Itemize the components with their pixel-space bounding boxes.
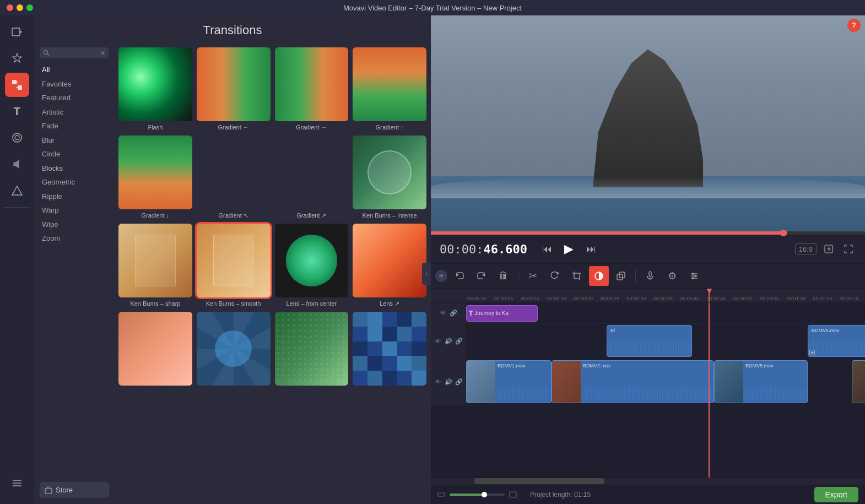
text-track-visibility[interactable]: 👁	[439, 308, 447, 317]
transition-ken-smooth[interactable]: Ken Burns – smooth	[197, 224, 271, 307]
export-frame-button[interactable]	[821, 241, 836, 257]
category-all[interactable]: All	[40, 63, 109, 77]
transition-grad-tr[interactable]: Gradient ↗	[275, 136, 349, 219]
category-ripple[interactable]: Ripple	[40, 189, 109, 204]
progress-bar[interactable]	[431, 231, 865, 235]
transition-flash[interactable]: Flash	[118, 47, 192, 131]
fullscreen-button[interactable]	[841, 241, 856, 257]
audio-clip-b1[interactable]: Bl	[607, 325, 692, 357]
audio-mix-button[interactable]	[684, 266, 704, 286]
transition-partial1[interactable]	[118, 312, 192, 388]
scrollbar-thumb[interactable]	[474, 478, 604, 484]
time-prefix: 00:00:	[440, 242, 483, 256]
search-input[interactable]	[52, 49, 96, 57]
delete-button[interactable]: 🗑	[494, 266, 513, 286]
transition-grad-up[interactable]: Gradient ↑	[353, 47, 426, 131]
toolbar-stickers[interactable]	[5, 178, 29, 203]
category-wipe[interactable]: Wipe	[40, 218, 109, 232]
transition-ken-sharp[interactable]: Ken Burns – sharp	[118, 224, 192, 307]
toolbar-text[interactable]: T	[5, 99, 29, 123]
video-track-controls: 👁 🔊 🔗	[431, 359, 466, 405]
svg-point-7	[15, 136, 19, 140]
category-blur[interactable]: Blur	[40, 133, 109, 148]
category-favorites[interactable]: Favorites	[40, 77, 109, 91]
search-box[interactable]: ✕	[40, 47, 109, 58]
edit-toolbar: + 🗑 ✂	[431, 263, 865, 289]
transition-grad-down[interactable]: Gradient ↓	[118, 136, 192, 219]
category-blocks[interactable]: Blocks	[40, 161, 109, 176]
transition-grad-right[interactable]: Gradient →	[275, 47, 349, 131]
close-button[interactable]	[7, 4, 13, 11]
collapse-panel-button[interactable]: ‹	[422, 263, 431, 285]
ruler-mark-13: 00:01:05	[812, 296, 838, 301]
undo-button[interactable]	[450, 266, 469, 286]
video-track-lock[interactable]: 🔗	[455, 377, 463, 386]
svg-point-32	[692, 273, 694, 275]
category-fade[interactable]: Fade	[40, 119, 109, 133]
audio-track-volume[interactable]: 🔊	[444, 337, 453, 345]
category-warp[interactable]: Warp	[40, 203, 109, 218]
audio-track-lock[interactable]: 🔗	[455, 337, 463, 345]
video-clip-bdmv5[interactable]: BDMV5.mov	[714, 360, 808, 403]
overlay-button[interactable]	[611, 266, 631, 286]
progress-thumb[interactable]	[780, 230, 787, 236]
transition-ken-intense[interactable]: Ken Burns – intense	[353, 136, 426, 219]
audio-track-visibility[interactable]: 👁	[434, 337, 442, 345]
maximize-button[interactable]	[26, 4, 33, 11]
category-circle[interactable]: Circle	[40, 147, 109, 161]
category-featured[interactable]: Featured	[40, 91, 109, 105]
cut-button[interactable]: ✂	[523, 266, 543, 286]
window-controls	[7, 4, 33, 11]
export-button[interactable]: Export	[814, 487, 858, 502]
timeline-horizontal-scrollbar[interactable]	[431, 478, 865, 484]
category-artistic[interactable]: Artistic	[40, 105, 109, 120]
transition-partial4[interactable]	[353, 312, 426, 388]
transition-lens-center[interactable]: Lens – from center	[275, 224, 349, 307]
store-button[interactable]: Store	[40, 483, 109, 497]
transition-lens-diag[interactable]: Lens ↗	[353, 224, 426, 307]
audio-record-button[interactable]	[640, 266, 660, 286]
add-track-button[interactable]: +	[435, 270, 447, 282]
settings-button[interactable]: ⚙	[662, 266, 682, 286]
text-clip-journey[interactable]: T Journey to Ka	[466, 305, 538, 322]
redo-button[interactable]	[472, 266, 491, 286]
toolbar-video[interactable]	[5, 20, 29, 44]
rotate-button[interactable]	[545, 266, 565, 286]
transition-partial3[interactable]	[275, 312, 349, 388]
toolbar-transitions[interactable]	[5, 73, 29, 97]
play-button[interactable]: ▶	[560, 240, 578, 258]
svg-rect-25	[617, 274, 623, 280]
skip-forward-button[interactable]: ⏭	[582, 240, 600, 258]
skip-back-button[interactable]: ⏮	[538, 240, 556, 258]
crop-button[interactable]	[567, 266, 587, 286]
transition-partial2-thumb	[197, 312, 271, 386]
video-track-volume[interactable]: 🔊	[444, 377, 453, 386]
video-clip-bdmv9[interactable]: BDMV9.mov	[852, 360, 865, 403]
project-length-text: Project length:	[530, 491, 572, 498]
toolbar-overlays[interactable]	[5, 126, 29, 150]
category-geometric[interactable]: Geometric	[40, 175, 109, 189]
transition-grad-tl[interactable]: Gradient ↖	[197, 136, 271, 219]
video-clip-bdmv2[interactable]: BDMV2.mov	[552, 360, 714, 403]
audio-clip-bdmv6[interactable]: BDMV6.mov ▶	[808, 325, 865, 357]
transition-grad-up-thumb	[353, 47, 426, 121]
transition-partial2[interactable]	[197, 312, 271, 388]
toolbar-settings[interactable]	[5, 471, 29, 495]
toolbar-audio[interactable]	[5, 152, 29, 176]
transitions-grid: Flash Gradient ← Gradient → Gradien	[118, 47, 426, 388]
video-clip-bdmv1[interactable]: BDMV1.mov	[466, 360, 552, 403]
search-clear[interactable]: ✕	[100, 50, 105, 57]
scale-thumb[interactable]	[482, 492, 487, 497]
video-track-visibility[interactable]: 👁	[434, 377, 442, 386]
left-toolbar: T	[0, 15, 34, 504]
category-zoom[interactable]: Zoom	[40, 231, 109, 246]
transition-ken-sharp-label: Ken Burns – sharp	[130, 300, 180, 307]
scale-slider[interactable]	[450, 494, 505, 496]
svg-marker-18	[557, 272, 559, 275]
color-button[interactable]	[589, 266, 609, 286]
toolbar-effects[interactable]	[5, 46, 29, 71]
transition-grad-left[interactable]: Gradient ←	[197, 47, 271, 131]
text-clip-icon: T	[469, 310, 473, 317]
minimize-button[interactable]	[17, 4, 23, 11]
text-track-lock[interactable]: 🔗	[449, 308, 458, 317]
